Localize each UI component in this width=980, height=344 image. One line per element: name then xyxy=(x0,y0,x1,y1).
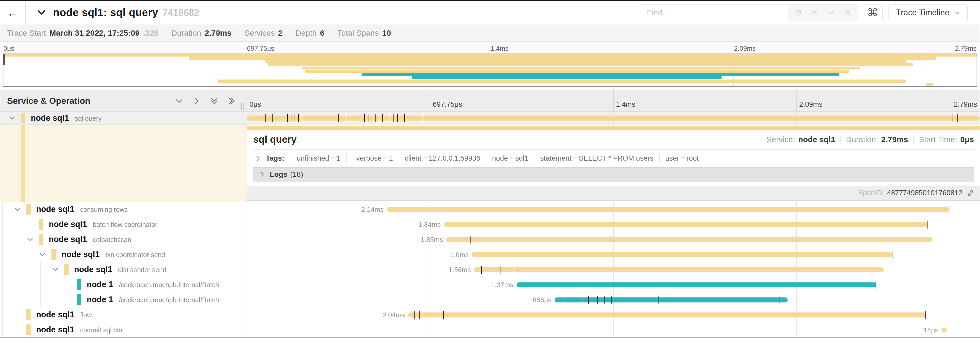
span-duration-bar[interactable] xyxy=(555,297,788,302)
minimap-canvas[interactable] xyxy=(3,53,977,86)
span-row[interactable]: node sql1flow2.04ms xyxy=(0,307,980,322)
span-service-name: node sql1 xyxy=(49,235,87,244)
tag-item: user=root xyxy=(660,154,705,163)
span-tree-item[interactable]: node 1/cockroach.roachpb.Internal/Batch xyxy=(0,277,247,292)
expand-one-icon[interactable] xyxy=(193,97,201,105)
span-log-tick xyxy=(382,114,383,122)
span-operation-name: flow xyxy=(80,311,92,319)
link-icon[interactable] xyxy=(967,189,974,197)
locate-icon[interactable] xyxy=(794,9,802,17)
span-timeline-cell[interactable]: 2.14ms xyxy=(247,202,980,217)
span-duration-bar[interactable] xyxy=(247,116,980,121)
minimap-span-row xyxy=(3,73,977,76)
span-duration-bar[interactable] xyxy=(942,327,947,332)
chevron-up-icon[interactable] xyxy=(811,9,819,16)
span-service-name: node sql1 xyxy=(36,325,74,334)
span-tree-item[interactable]: node sql1colbatchscan xyxy=(0,232,247,247)
span-row[interactable]: node sql1colbatchscan1.85ms xyxy=(0,232,980,247)
tree-indent-guide xyxy=(53,277,53,292)
meta-label: Depth xyxy=(295,29,317,37)
tag-value: SELECT * FROM users xyxy=(579,154,654,162)
span-duration-bar[interactable] xyxy=(474,267,883,272)
span-tree-item[interactable]: node sql1commit sql txn xyxy=(0,322,247,338)
span-tree-item[interactable]: node sql1flow xyxy=(0,307,247,322)
view-selector-label: Trace Timeline xyxy=(896,8,950,18)
tree-indent-guide xyxy=(2,307,3,322)
span-duration-label: 1.37ms xyxy=(491,281,513,289)
tag-item: statement=SELECT * FROM users xyxy=(534,154,659,163)
span-service: Service: node sql1 xyxy=(761,135,840,144)
minimap-axis-label: 2.09ms xyxy=(734,45,756,52)
minimap-axis-label: 2.79ms xyxy=(955,45,977,52)
span-operation-name: commit sql txn xyxy=(80,326,123,334)
chevron-down-icon[interactable] xyxy=(37,8,46,18)
minimap-span-bar xyxy=(302,67,860,70)
span-tree-item[interactable]: node sql1sql query xyxy=(0,112,247,125)
span-timeline-cell[interactable] xyxy=(247,112,980,125)
span-row[interactable]: node sql1dist sender send1.56ms xyxy=(0,262,980,277)
chevron-down-icon[interactable] xyxy=(52,266,59,273)
span-duration-bar[interactable] xyxy=(446,237,932,242)
chevron-down-icon[interactable] xyxy=(27,236,33,243)
tag-item: _unfinished=1 xyxy=(287,154,347,163)
span-row[interactable]: node sql1batch flow coordinator1.84ms xyxy=(0,217,980,232)
span-row[interactable]: node sql1sql query xyxy=(0,112,980,125)
collapse-one-icon[interactable] xyxy=(175,97,183,105)
span-color-bar xyxy=(26,325,30,335)
span-tree-item[interactable]: node 1/cockroach.roachpb.Internal/Batch xyxy=(0,292,247,307)
span-duration-bar[interactable] xyxy=(444,222,927,227)
span-log-tick xyxy=(390,114,390,122)
span-tree-item[interactable]: node sql1txn coordinator send xyxy=(0,247,247,262)
span-timeline-cell[interactable]: 14μs xyxy=(247,322,980,338)
span-timeline-cell[interactable]: 1.56ms xyxy=(247,262,980,277)
meta-value: 2 xyxy=(278,29,283,37)
timeline-axis-label: 1.4ms xyxy=(616,101,636,109)
minimap-span-bar xyxy=(218,80,906,83)
chevron-down-icon[interactable] xyxy=(9,115,16,122)
back-button[interactable]: ← xyxy=(0,1,25,24)
span-row[interactable]: node 1/cockroach.roachpb.Internal/Batch1… xyxy=(0,277,980,292)
span-row[interactable]: node sql1commit sql txn14μs xyxy=(0,322,980,338)
tag-value: 1 xyxy=(389,154,393,162)
expand-all-icon[interactable] xyxy=(228,97,235,105)
span-operation-name: /cockroach.roachpb.Internal/Batch xyxy=(119,296,219,304)
tag-key: node xyxy=(492,154,508,162)
collapse-all-icon[interactable] xyxy=(210,97,218,105)
span-timeline-cell[interactable]: 1.37ms xyxy=(247,277,980,292)
span-timeline-cell[interactable]: 2.04ms xyxy=(247,307,980,322)
chevron-down-icon[interactable] xyxy=(14,206,21,213)
span-tree-item[interactable]: node sql1batch flow coordinator xyxy=(0,217,247,232)
tag-equals: = xyxy=(329,154,337,162)
find-input[interactable] xyxy=(640,5,788,21)
span-service-name: node sql1 xyxy=(49,219,87,229)
minimap-axis-labels: 0μs697.75μs1.4ms2.09ms2.79ms xyxy=(3,44,977,53)
logs-toggle-row[interactable]: Logs (18) xyxy=(253,167,974,181)
span-tree-item[interactable]: node sql1dist sender send xyxy=(0,262,247,277)
span-row[interactable]: node sql1consuming rows2.14ms xyxy=(0,202,980,217)
span-duration-bar[interactable] xyxy=(472,252,892,257)
column-resizer-handle[interactable] xyxy=(240,103,244,110)
minimap-left-scrubber[interactable] xyxy=(3,54,5,65)
span-color-bar xyxy=(77,294,81,305)
chevron-down-icon[interactable] xyxy=(827,9,835,16)
span-duration-bar[interactable] xyxy=(408,312,926,317)
view-selector-button[interactable]: Trace Timeline xyxy=(888,4,967,21)
span-row[interactable]: node sql1txn coordinator send1.6ms xyxy=(0,247,980,262)
span-detail-bar xyxy=(247,126,980,130)
tags-toggle-row[interactable]: Tags: _unfinished=1_verbose=1client=127.… xyxy=(253,150,974,166)
span-timeline-cell[interactable]: 886μs xyxy=(247,292,980,307)
span-tree-item[interactable]: node sql1consuming rows xyxy=(0,202,247,217)
span-log-tick xyxy=(423,114,423,122)
keyboard-shortcuts-button[interactable]: ⌘ xyxy=(863,4,883,21)
span-row[interactable]: node 1/cockroach.roachpb.Internal/Batch8… xyxy=(0,292,980,307)
span-timeline-cell[interactable]: 1.6ms xyxy=(247,247,980,262)
span-timeline-cell[interactable]: 1.85ms xyxy=(247,232,980,247)
span-log-tick xyxy=(346,114,346,122)
span-color-bar xyxy=(51,249,56,260)
span-duration-bar[interactable] xyxy=(517,282,877,287)
span-timeline-cell[interactable]: 1.84ms xyxy=(247,217,980,232)
span-log-tick xyxy=(875,281,876,289)
close-icon[interactable] xyxy=(844,9,851,16)
chevron-down-icon[interactable] xyxy=(39,251,46,258)
span-duration-bar[interactable] xyxy=(387,207,949,212)
